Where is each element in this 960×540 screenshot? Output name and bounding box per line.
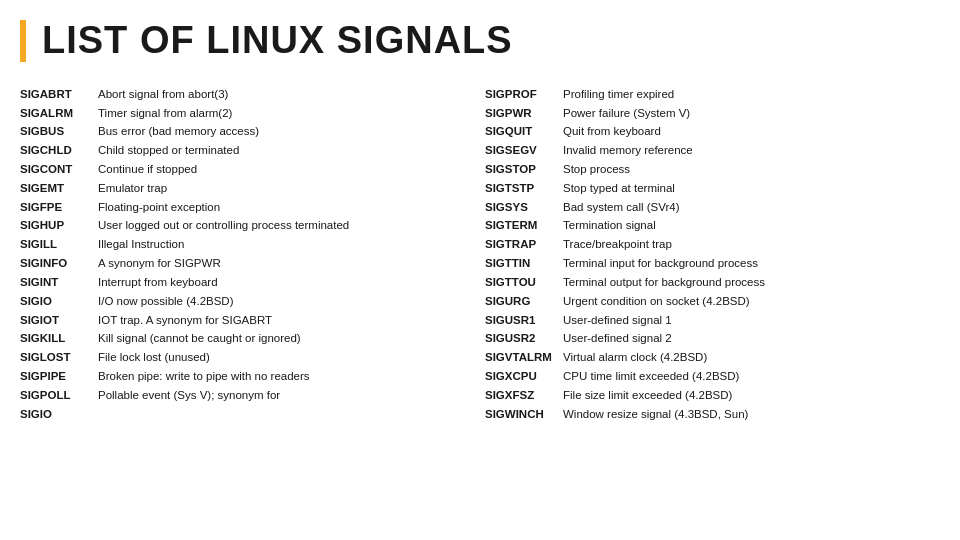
signal-desc: User-defined signal 1 (563, 312, 930, 330)
signal-row: SIGHUP User logged out or controlling pr… (20, 217, 465, 235)
title-section: LIST OF LINUX SIGNALS (20, 20, 930, 62)
right-column: SIGPROF Profiling timer expired SIGPWR P… (485, 86, 930, 520)
signal-row: SIGSEGV Invalid memory reference (485, 142, 930, 160)
signal-desc: User logged out or controlling process t… (98, 217, 465, 235)
signal-desc: Stop process (563, 161, 930, 179)
signal-name: SIGALRM (20, 105, 92, 123)
signal-row: SIGQUIT Quit from keyboard (485, 123, 930, 141)
signal-row: SIGABRT Abort signal from abort(3) (20, 86, 465, 104)
signal-name: SIGEMT (20, 180, 92, 198)
signal-row: SIGURG Urgent condition on socket (4.2BS… (485, 293, 930, 311)
signal-name: SIGQUIT (485, 123, 557, 141)
signal-name: SIGKILL (20, 330, 92, 348)
signal-desc: A synonym for SIGPWR (98, 255, 465, 273)
signal-name: SIGIO (20, 406, 92, 424)
signal-row: SIGPIPE Broken pipe: write to pipe with … (20, 368, 465, 386)
signal-row: SIGINT Interrupt from keyboard (20, 274, 465, 292)
signal-name: SIGPWR (485, 105, 557, 123)
signal-desc: Pollable event (Sys V); synonym for (98, 387, 465, 405)
signal-desc: Floating-point exception (98, 199, 465, 217)
signal-name: SIGSEGV (485, 142, 557, 160)
signal-row: SIGBUS Bus error (bad memory access) (20, 123, 465, 141)
signal-desc: Kill signal (cannot be caught or ignored… (98, 330, 465, 348)
signal-desc: Bus error (bad memory access) (98, 123, 465, 141)
signal-name: SIGXFSZ (485, 387, 557, 405)
signal-desc: Child stopped or terminated (98, 142, 465, 160)
signal-name: SIGCONT (20, 161, 92, 179)
signal-row: SIGKILL Kill signal (cannot be caught or… (20, 330, 465, 348)
signal-desc: Stop typed at terminal (563, 180, 930, 198)
signal-desc: IOT trap. A synonym for SIGABRT (98, 312, 465, 330)
signal-row: SIGXCPU CPU time limit exceeded (4.2BSD) (485, 368, 930, 386)
content-columns: SIGABRT Abort signal from abort(3) SIGAL… (20, 86, 930, 520)
signal-desc: Virtual alarm clock (4.2BSD) (563, 349, 930, 367)
signal-name: SIGBUS (20, 123, 92, 141)
signal-name: SIGTTIN (485, 255, 557, 273)
signal-name: SIGUSR1 (485, 312, 557, 330)
signal-row: SIGINFO A synonym for SIGPWR (20, 255, 465, 273)
signal-desc: Illegal Instruction (98, 236, 465, 254)
signal-name: SIGPROF (485, 86, 557, 104)
signal-name: SIGINFO (20, 255, 92, 273)
signal-desc: Quit from keyboard (563, 123, 930, 141)
signal-row: SIGSTOP Stop process (485, 161, 930, 179)
signal-desc: Profiling timer expired (563, 86, 930, 104)
signal-row: SIGUSR2 User-defined signal 2 (485, 330, 930, 348)
signal-row: SIGCONT Continue if stopped (20, 161, 465, 179)
signal-name: SIGSTOP (485, 161, 557, 179)
signal-name: SIGILL (20, 236, 92, 254)
signal-name: SIGTRAP (485, 236, 557, 254)
signal-name: SIGIOT (20, 312, 92, 330)
signal-desc: Interrupt from keyboard (98, 274, 465, 292)
signal-row: SIGXFSZ File size limit exceeded (4.2BSD… (485, 387, 930, 405)
signal-row: SIGTERM Termination signal (485, 217, 930, 235)
signal-desc: Broken pipe: write to pipe with no reade… (98, 368, 465, 386)
signal-row: SIGIOT IOT trap. A synonym for SIGABRT (20, 312, 465, 330)
signal-name: SIGTTOU (485, 274, 557, 292)
signal-row: SIGEMT Emulator trap (20, 180, 465, 198)
signal-desc: Invalid memory reference (563, 142, 930, 160)
signal-name: SIGPOLL (20, 387, 92, 405)
signal-desc: File size limit exceeded (4.2BSD) (563, 387, 930, 405)
signal-name: SIGHUP (20, 217, 92, 235)
signal-name: SIGTSTP (485, 180, 557, 198)
signal-desc: CPU time limit exceeded (4.2BSD) (563, 368, 930, 386)
signal-desc: File lock lost (unused) (98, 349, 465, 367)
signal-row: SIGCHLD Child stopped or terminated (20, 142, 465, 160)
signal-row: SIGIO I/O now possible (4.2BSD) (20, 293, 465, 311)
signal-name: SIGIO (20, 293, 92, 311)
signal-desc: Urgent condition on socket (4.2BSD) (563, 293, 930, 311)
signal-name: SIGTERM (485, 217, 557, 235)
signal-row: SIGTSTP Stop typed at terminal (485, 180, 930, 198)
signal-row: SIGPOLL Pollable event (Sys V); synonym … (20, 387, 465, 405)
signal-row: SIGFPE Floating-point exception (20, 199, 465, 217)
signal-desc: Termination signal (563, 217, 930, 235)
signal-desc: Bad system call (SVr4) (563, 199, 930, 217)
signal-desc: Power failure (System V) (563, 105, 930, 123)
signal-row: SIGVTALRM Virtual alarm clock (4.2BSD) (485, 349, 930, 367)
signal-row: SIGPROF Profiling timer expired (485, 86, 930, 104)
signal-desc: Trace/breakpoint trap (563, 236, 930, 254)
signal-name: SIGLOST (20, 349, 92, 367)
signal-name: SIGCHLD (20, 142, 92, 160)
page-title: LIST OF LINUX SIGNALS (42, 20, 513, 62)
signal-desc: Continue if stopped (98, 161, 465, 179)
signal-name: SIGFPE (20, 199, 92, 217)
signal-row: SIGTTIN Terminal input for background pr… (485, 255, 930, 273)
signal-desc: Timer signal from alarm(2) (98, 105, 465, 123)
signal-name: SIGSYS (485, 199, 557, 217)
title-bar-accent (20, 20, 26, 62)
signal-name: SIGVTALRM (485, 349, 557, 367)
signal-desc (98, 406, 465, 424)
signal-name: SIGWINCH (485, 406, 557, 424)
signal-desc: Emulator trap (98, 180, 465, 198)
signal-row: SIGSYS Bad system call (SVr4) (485, 199, 930, 217)
signal-row: SIGUSR1 User-defined signal 1 (485, 312, 930, 330)
signal-row: SIGILL Illegal Instruction (20, 236, 465, 254)
signal-row: SIGTTOU Terminal output for background p… (485, 274, 930, 292)
signal-desc: Window resize signal (4.3BSD, Sun) (563, 406, 930, 424)
signal-name: SIGXCPU (485, 368, 557, 386)
page-container: LIST OF LINUX SIGNALS SIGABRT Abort sign… (0, 0, 960, 540)
signal-desc: User-defined signal 2 (563, 330, 930, 348)
signal-desc: Terminal output for background process (563, 274, 930, 292)
